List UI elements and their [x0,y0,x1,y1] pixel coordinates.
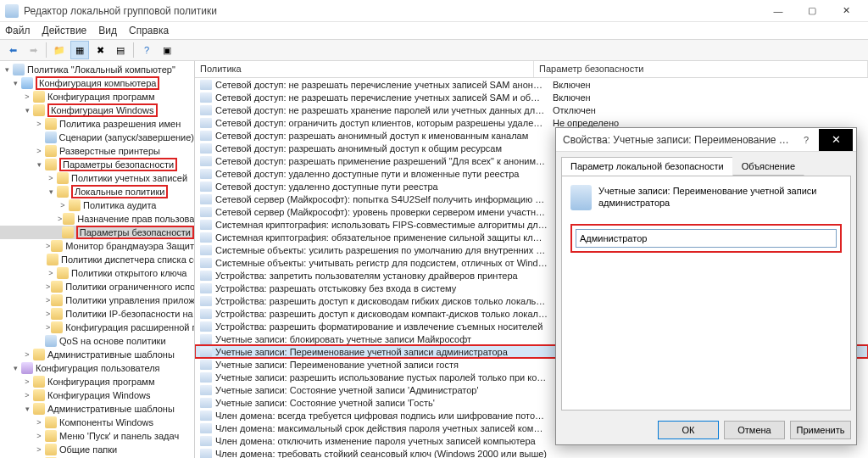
tree-root[interactable]: ▾ Политика "Локальный компьютер" [0,63,194,76]
tree-item[interactable]: >Политика разрешения имен [0,117,194,131]
tree-item[interactable]: ▾Локальные политики [0,185,194,198]
cancel-button[interactable]: Отмена [724,421,785,439]
col-param[interactable]: Параметр безопасности [534,61,868,77]
app-icon [5,4,19,18]
tree-item[interactable]: >Политика аудита [0,198,194,212]
tree-item[interactable]: >Политики ограниченного использо… [0,280,194,293]
tree-item[interactable]: ▾Конфигурация компьютера [0,76,194,90]
tree-item[interactable]: ▾Конфигурация Windows [0,103,194,117]
tab-explanation[interactable]: Объяснение [732,157,804,176]
col-policy[interactable]: Политика [195,61,534,77]
tree-item[interactable]: >Политики открытого ключа [0,266,194,280]
tree-item[interactable]: >Административные шаблоны [0,348,194,361]
tree-item[interactable]: >Общие папки [0,443,194,456]
delete-icon[interactable]: ✖ [91,41,109,59]
tree-item[interactable]: >Политики управления приложения… [0,293,194,307]
tree-item[interactable]: >Монитор брандмауэра Защитника [0,239,194,253]
close-button[interactable]: ✕ [829,1,863,21]
tab-local-security[interactable]: Параметр локальной безопасности [561,157,733,176]
titlebar: Редактор локальной групповой политики — … [0,0,868,22]
ok-button[interactable]: ОК [658,421,719,439]
tree-item[interactable]: >Конфигурация расширенной поли… [0,321,194,334]
refresh-icon[interactable]: ▣ [158,41,176,59]
menu-action[interactable]: Действие [42,25,87,36]
export-icon[interactable]: ▤ [111,41,130,59]
tree-item[interactable]: >Меню 'Пуск' и панель задач [0,429,194,443]
tree-item[interactable]: >Конфигурация программ [0,375,194,388]
tree-item[interactable]: >Конфигурация Windows [0,388,194,402]
rename-input[interactable] [576,229,837,248]
folder-up-icon[interactable]: 📁 [50,41,69,59]
tree-item[interactable]: >Назначение прав пользователя [0,212,194,226]
policy-description: Учетные записи: Переименование учетной з… [598,185,842,209]
properties-dialog: Свойства: Учетные записи: Переименование… [555,127,857,445]
dialog-buttons: ОК Отмена Применить [556,416,856,444]
back-button[interactable]: ⬅ [3,41,22,59]
policy-icon [570,185,592,210]
forward-button[interactable]: ➡ [24,41,42,59]
list-header: Политика Параметр безопасности [195,61,868,78]
policy-row[interactable]: Сетевой доступ: не разрешать перечислени… [195,78,868,91]
menubar: Файл Действие Вид Справка [0,22,868,39]
menu-file[interactable]: Файл [5,25,31,36]
tree-item[interactable]: ▾Административные шаблоны [0,402,194,416]
toolbar: ⬅ ➡ 📁 ▦ ✖ ▤ ? ▣ [0,39,868,61]
help-icon[interactable]: ? [793,135,819,145]
tree-item[interactable]: >Конфигурация программ [0,90,194,103]
dialog-body: Учетные записи: Переименование учетной з… [561,176,851,411]
dialog-tabs: Параметр локальной безопасности Объяснен… [556,152,856,176]
tree-item[interactable]: Параметры безопасности [0,226,194,239]
policy-row[interactable]: Сетевой доступ: не разрешать хранение па… [195,103,868,116]
policy-row[interactable]: Член домена: требовать стойкий сеансовый… [195,447,868,458]
tree-item[interactable]: >Разверстные принтеры [0,144,194,158]
policy-row[interactable]: Сетевой доступ: не разрешать перечислени… [195,91,868,103]
tree-item[interactable]: ▾Параметры безопасности [0,158,194,171]
tree-item[interactable]: >Политики IP-безопасности на "Лок… [0,307,194,321]
maximize-button[interactable]: ▢ [795,1,829,21]
tree-item[interactable]: Политики диспетчера списка сетей [0,253,194,266]
minimize-button[interactable]: — [761,1,795,21]
tree-item[interactable]: >Компоненты Windows [0,416,194,429]
tree-item[interactable]: Сценарии (запуск/завершение) [0,131,194,144]
tree-item[interactable]: ▾Конфигурация пользователя [0,361,194,375]
tree-item[interactable]: >Политики учетных записей [0,171,194,185]
close-icon[interactable]: ✕ [819,129,853,151]
apply-button[interactable]: Применить [790,421,851,439]
menu-help[interactable]: Справка [129,25,169,36]
tree-pane[interactable]: ▾ Политика "Локальный компьютер" ▾Конфиг… [0,61,195,458]
help-icon[interactable]: ? [137,41,156,59]
properties-icon[interactable]: ▦ [70,41,89,59]
tree-item[interactable]: QoS на основе политики [0,334,194,348]
dialog-title: Свойства: Учетные записи: Переименование… [563,134,793,146]
menu-view[interactable]: Вид [98,25,117,36]
dialog-titlebar[interactable]: Свойства: Учетные записи: Переименование… [556,128,856,152]
window-title: Редактор локальной групповой политики [24,5,761,17]
